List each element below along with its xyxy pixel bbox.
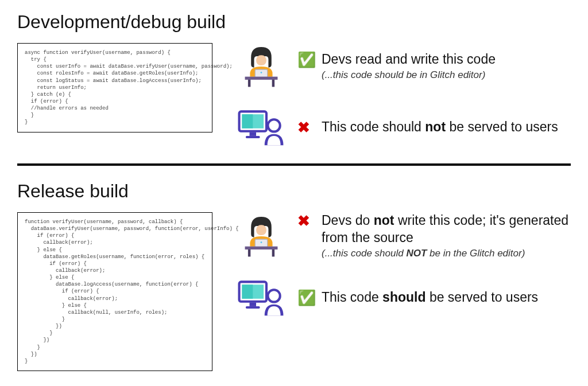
release-item2-main: This code should be served to users — [322, 289, 538, 306]
release-item2-status: ✅ This code should be served to users — [297, 289, 571, 307]
release-item-users: ✅ This code should be served to users — [235, 275, 571, 321]
release-code-box: function verifyUser(username, password, … — [17, 212, 212, 371]
dev-item-users: ✖ This code should not be served to user… — [235, 105, 571, 151]
release-item1-sub: (...this code should NOT be in the Glitc… — [322, 248, 571, 259]
release-section: Release build function verifyUser(userna… — [17, 181, 571, 371]
dev-code-box: async function verifyUser(username, pass… — [17, 43, 212, 132]
dev-item1-text: Devs read and write this code (...this c… — [322, 51, 496, 81]
cross-icon: ✖ — [297, 119, 315, 137]
release-info-col: ✖ Devs do not write this code; it's gene… — [235, 212, 571, 321]
check-icon: ✅ — [297, 51, 315, 69]
developer-icon — [235, 213, 287, 259]
release-row: function verifyUser(username, password, … — [17, 212, 571, 371]
cross-icon: ✖ — [297, 212, 315, 230]
release-item1-main: Devs do not write this code; it's genera… — [322, 212, 571, 247]
release-item1-status: ✖ Devs do not write this code; it's gene… — [297, 212, 571, 259]
dev-item2-main: This code should not be served to users — [322, 119, 558, 136]
dev-item1-status: ✅ Devs read and write this code (...this… — [297, 51, 571, 81]
user-computer-icon — [235, 105, 287, 151]
release-item1-text: Devs do not write this code; it's genera… — [322, 212, 571, 259]
dev-title: Development/debug build — [17, 11, 571, 33]
dev-item1-sub: (...this code should be in Glitch editor… — [322, 69, 496, 81]
user-computer-icon — [235, 275, 287, 321]
release-item-devs: ✖ Devs do not write this code; it's gene… — [235, 212, 571, 259]
dev-info-col: ✅ Devs read and write this code (...this… — [235, 43, 571, 151]
check-icon: ✅ — [297, 289, 315, 307]
developer-icon — [235, 43, 287, 89]
development-section: Development/debug build async function v… — [17, 11, 571, 151]
dev-item2-status: ✖ This code should not be served to user… — [297, 119, 571, 137]
dev-row: async function verifyUser(username, pass… — [17, 43, 571, 151]
dev-item1-main: Devs read and write this code — [322, 51, 496, 68]
dev-item-devs: ✅ Devs read and write this code (...this… — [235, 43, 571, 89]
release-title: Release build — [17, 181, 571, 202]
section-divider — [17, 163, 571, 166]
